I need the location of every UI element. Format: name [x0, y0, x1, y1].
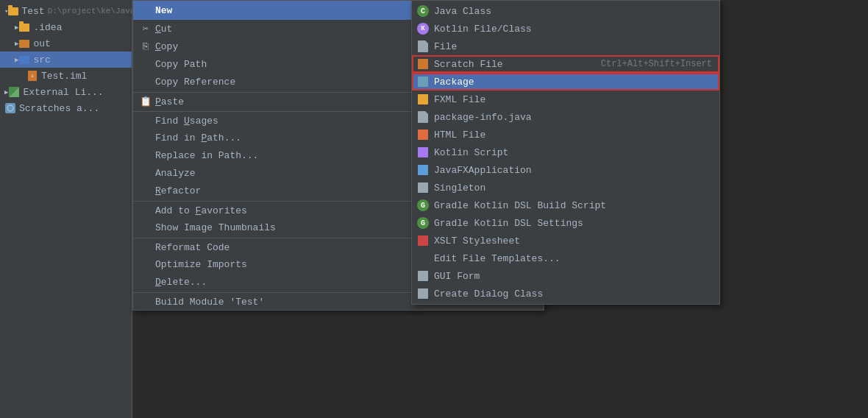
package-icon	[416, 75, 430, 88]
submenu-item-package-info[interactable]: package-info.java	[412, 108, 719, 126]
folder-icon	[18, 54, 30, 65]
menu-item-label: Copy Reference	[155, 77, 408, 88]
file-icon	[416, 110, 430, 124]
scratches-icon	[4, 102, 16, 114]
submenu-item-label: Java Class	[434, 6, 712, 17]
submenu-item-label: Package	[434, 77, 712, 88]
sidebar-item-label: Test	[21, 6, 44, 17]
submenu-item-label: Kotlin File/Class	[434, 24, 712, 35]
submenu-item-label: Edit File Templates...	[434, 253, 712, 264]
submenu-item-gui-form[interactable]: GUI Form	[412, 267, 719, 285]
submenu-item-file[interactable]: File	[412, 38, 719, 55]
submenu-item-dialog-class[interactable]: Create Dialog Class	[412, 285, 719, 302]
new-submenu: C Java Class K Kotlin File/Class File Sc…	[411, 0, 720, 305]
menu-item-label: Show Image Thumbnails	[155, 222, 429, 233]
copy-icon: ⎘	[139, 40, 152, 53]
submenu-item-singleton[interactable]: Singleton	[412, 179, 719, 196]
submenu-item-xslt[interactable]: XSLT Stylesheet	[412, 232, 719, 249]
xslt-icon	[416, 234, 430, 247]
folder-icon	[8, 5, 18, 17]
sidebar-item-label: .idea	[33, 22, 62, 33]
cut-icon: ✂	[139, 22, 152, 35]
menu-item-label: Optimize Imports	[155, 259, 439, 270]
fxml-icon	[416, 93, 430, 106]
sidebar-item-label: Test.iml	[41, 71, 87, 82]
submenu-item-html[interactable]: HTML File	[412, 126, 719, 144]
folder-icon	[18, 38, 30, 49]
submenu-item-label: XSLT Stylesheet	[434, 235, 712, 247]
menu-item-label: New	[155, 5, 172, 16]
sidebar-item-scratches[interactable]: Scratches a...	[0, 100, 132, 116]
sidebar-item-label: Scratches a...	[19, 103, 99, 114]
submenu-item-javafx[interactable]: JavaFXApplication	[412, 161, 719, 179]
submenu-item-label: File	[434, 41, 712, 52]
empty-icon	[416, 252, 430, 265]
folder-icon	[18, 21, 30, 33]
menu-item-label: Find in Path...	[155, 132, 429, 144]
sidebar-item-label: out	[33, 38, 50, 49]
iml-icon: i	[26, 70, 38, 82]
submenu-item-package[interactable]: Package	[412, 73, 719, 91]
submenu-item-label: JavaFXApplication	[434, 165, 712, 176]
sidebar-item-idea[interactable]: ▶ .idea	[0, 19, 132, 35]
file-icon	[416, 40, 430, 53]
submenu-item-label: Gradle Kotlin DSL Build Script	[434, 200, 712, 211]
submenu-item-label: Kotlin Script	[434, 147, 712, 158]
sidebar-item-label: External Li...	[23, 87, 103, 98]
sidebar-item-test-iml[interactable]: i Test.iml	[0, 68, 132, 84]
sidebar-item-external-lib[interactable]: ▶ External Li...	[0, 84, 132, 100]
submenu-item-fxml[interactable]: FXML File	[412, 91, 719, 108]
submenu-item-label: GUI Form	[434, 271, 712, 282]
paste-icon: 📋	[139, 95, 152, 108]
submenu-item-java-class[interactable]: C Java Class	[412, 2, 719, 20]
gui-icon	[416, 287, 430, 300]
submenu-item-scratch-file[interactable]: Scratch File Ctrl+Alt+Shift+Insert	[412, 55, 719, 73]
submenu-item-kotlin-script[interactable]: Kotlin Script	[412, 144, 719, 161]
sidebar-item-src[interactable]: ▶ src	[0, 52, 132, 68]
submenu-item-label: Gradle Kotlin DSL Settings	[434, 218, 712, 229]
submenu-item-gradle-settings[interactable]: G Gradle Kotlin DSL Settings	[412, 214, 719, 232]
project-sidebar: ▾ Test D:\project\ke\Java\Tes: 1 ▶ .idea…	[0, 0, 132, 418]
gradle-icon: G	[416, 199, 430, 212]
java-class-icon: C	[416, 4, 430, 18]
svg-point-0	[7, 105, 13, 111]
menu-item-label: Copy Path	[155, 59, 429, 70]
sidebar-item-test[interactable]: ▾ Test D:\project\ke\Java\Tes: 1	[0, 3, 132, 19]
gui-icon	[416, 269, 430, 283]
kotlin-script-icon	[416, 146, 430, 159]
scratch-icon	[416, 57, 430, 71]
menu-item-label: Replace in Path...	[155, 150, 429, 161]
sidebar-item-label: src	[33, 54, 50, 65]
submenu-item-label: FXML File	[434, 94, 712, 105]
submenu-item-edit-templates[interactable]: Edit File Templates...	[412, 249, 719, 267]
submenu-item-gradle-build[interactable]: G Gradle Kotlin DSL Build Script	[412, 196, 719, 214]
submenu-item-label: HTML File	[434, 130, 712, 141]
html-icon	[416, 128, 430, 141]
shortcut-label: Ctrl+Alt+Shift+Insert	[601, 59, 712, 69]
sidebar-item-out[interactable]: ▶ out	[0, 35, 132, 52]
external-lib-icon	[8, 86, 20, 98]
singleton-icon	[416, 181, 430, 194]
gradle-icon: G	[416, 216, 430, 230]
submenu-item-label: Scratch File	[434, 59, 586, 70]
kotlin-icon: K	[416, 22, 430, 35]
javafx-icon	[416, 163, 430, 177]
menu-item-label: Reformat Code	[155, 242, 439, 253]
submenu-item-kotlin-class[interactable]: K Kotlin File/Class	[412, 20, 719, 38]
submenu-item-label: Singleton	[434, 183, 712, 194]
submenu-item-label: package-info.java	[434, 112, 712, 123]
submenu-item-label: Create Dialog Class	[434, 288, 712, 300]
